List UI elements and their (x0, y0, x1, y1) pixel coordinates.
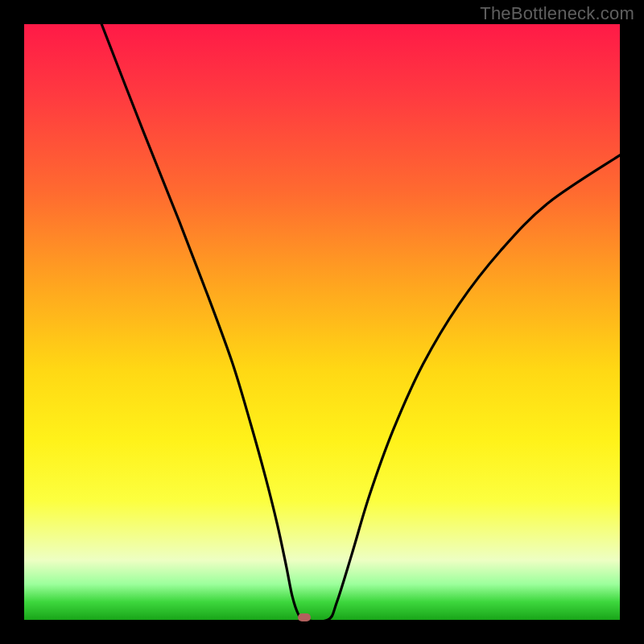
curve-line (24, 24, 620, 620)
plot-area (24, 24, 620, 620)
chart-frame: TheBottleneck.com (0, 0, 644, 644)
watermark-text: TheBottleneck.com (480, 3, 634, 24)
minimum-marker (298, 613, 311, 621)
